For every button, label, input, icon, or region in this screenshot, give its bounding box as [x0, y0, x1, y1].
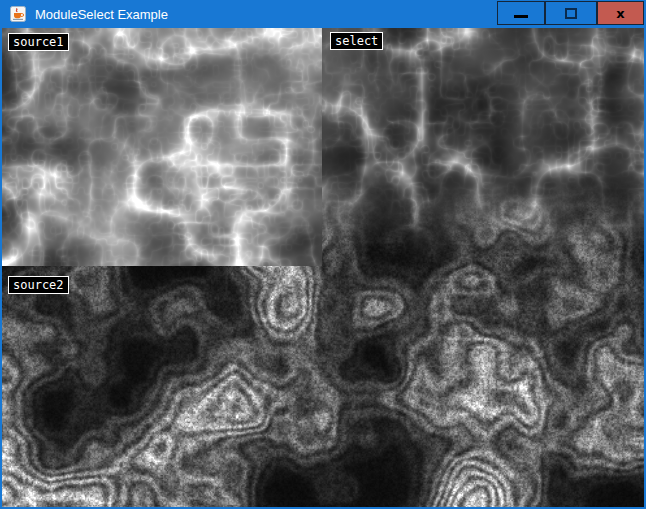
label-source1: source1 — [8, 33, 69, 51]
window-title: ModuleSelect Example — [35, 7, 497, 22]
noise-render-panel: source1 select source2 — [2, 28, 644, 507]
minimize-button[interactable] — [497, 1, 545, 25]
titlebar[interactable]: ModuleSelect Example x — [2, 0, 644, 28]
source2-image — [2, 266, 644, 507]
maximize-button[interactable] — [545, 1, 597, 25]
close-icon: x — [616, 7, 624, 20]
label-select: select — [330, 32, 383, 50]
close-button[interactable]: x — [597, 1, 644, 25]
maximize-icon — [565, 8, 577, 19]
label-source2: source2 — [8, 276, 69, 294]
minimize-icon — [514, 15, 528, 18]
source1-image — [2, 28, 322, 266]
window-controls: x — [497, 0, 644, 28]
java-coffee-cup-icon — [10, 6, 26, 22]
app-window: ModuleSelect Example x source1 select so… — [0, 0, 646, 509]
